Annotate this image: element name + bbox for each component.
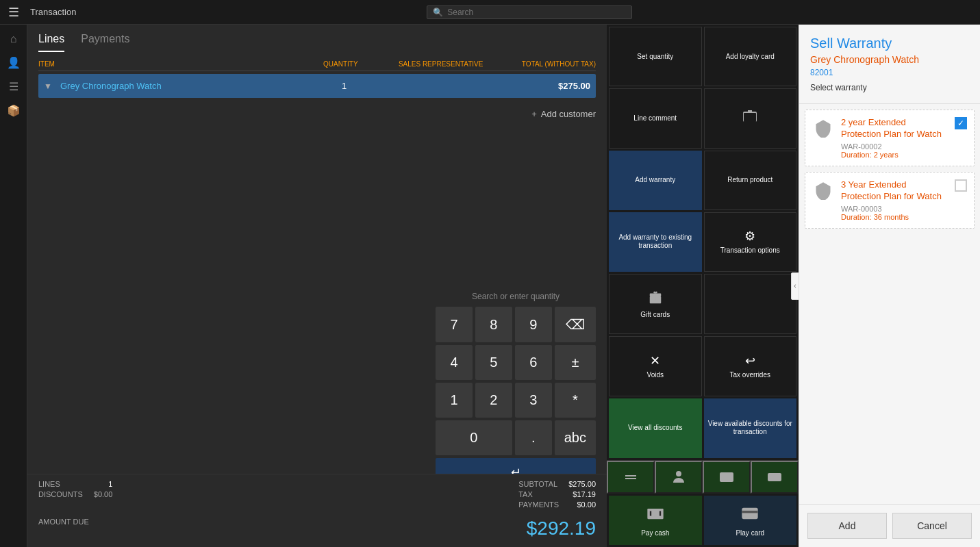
warranty-title: Sell Warranty xyxy=(810,36,969,51)
bottom-icon-2[interactable] xyxy=(655,461,703,494)
tax-label: TAX xyxy=(518,490,533,498)
numpad-6[interactable]: 6 xyxy=(515,345,552,380)
row-item-name: Grey Chronograph Watch xyxy=(60,81,312,91)
add-warranty-button[interactable]: Add warranty xyxy=(609,151,702,210)
search-bar[interactable]: 🔍 xyxy=(427,5,632,19)
numpad-dot[interactable]: . xyxy=(515,420,552,455)
numpad-multiply[interactable]: * xyxy=(555,383,596,418)
home-icon[interactable]: ⌂ xyxy=(8,30,20,48)
return-product-box-button[interactable] xyxy=(704,88,797,148)
warranty-item-2-code: WAR-00003 xyxy=(841,205,948,213)
plus-icon: + xyxy=(531,109,537,119)
warranty-item-2-duration: Duration: 36 months xyxy=(841,213,948,221)
cancel-warranty-button[interactable]: Cancel xyxy=(892,513,972,539)
line-comment-button[interactable]: Line comment xyxy=(609,88,702,148)
menu-lines-icon[interactable]: ☰ xyxy=(6,77,21,96)
pay-cash-button[interactable]: Pay cash xyxy=(609,496,702,545)
numpad-1[interactable]: 1 xyxy=(436,383,473,418)
warranty-item-2-checkbox[interactable] xyxy=(955,179,967,192)
add-loyalty-card-label: Add loyalty card xyxy=(726,53,775,61)
search-input[interactable] xyxy=(447,8,626,17)
users-icon[interactable]: 👤 xyxy=(4,53,23,72)
undo-icon: ↩ xyxy=(745,353,755,368)
col-header-quantity: QUANTITY xyxy=(313,60,368,68)
amount-due-label: AMOUNT DUE xyxy=(38,518,89,539)
bottom-icon-3[interactable] xyxy=(703,461,751,494)
voucher-icon xyxy=(766,469,783,485)
numpad-9[interactable]: 9 xyxy=(515,307,552,342)
row-expand-icon: ▼ xyxy=(44,81,55,91)
numpad-7[interactable]: 7 xyxy=(436,307,473,342)
set-quantity-button[interactable]: Set quantity xyxy=(609,27,702,86)
view-all-discounts-button[interactable]: View all discounts xyxy=(609,398,702,458)
transaction-options-button[interactable]: ⚙ Transaction options xyxy=(704,212,797,272)
gear-icon: ⚙ xyxy=(744,229,755,244)
warranty-footer: Add Cancel xyxy=(799,504,980,547)
view-all-discounts-label: View all discounts xyxy=(628,424,682,432)
transaction-table: ITEM QUANTITY SALES REPRESENTATIVE TOTAL… xyxy=(38,58,596,98)
pos-totals: LINES 1 DISCOUNTS $0.00 SUBTOTAL $275.00… xyxy=(27,474,607,547)
product-name-part1: Grey xyxy=(810,54,833,65)
svg-rect-4 xyxy=(625,478,636,479)
warranty-header: Sell Warranty Grey Chronograph Watch 820… xyxy=(799,25,980,104)
numpad-backspace[interactable]: ⌫ xyxy=(555,307,596,342)
search-icon: 🔍 xyxy=(433,8,443,17)
product-name-highlight: Chronograph xyxy=(833,54,890,65)
voids-button[interactable]: ✕ Voids xyxy=(609,336,702,396)
hamburger-menu-icon[interactable]: ☰ xyxy=(8,5,19,20)
view-available-discounts-label: View available discounts for transaction xyxy=(707,420,794,436)
app-title: Transaction xyxy=(30,7,76,17)
warranty-item-2-info: 3 Year Extended Protection Plan for Watc… xyxy=(841,179,948,221)
return-product-label: Return product xyxy=(727,176,772,184)
tax-row: TAX $17.19 xyxy=(518,490,596,498)
warranty-panel: ‹ Sell Warranty Grey Chronograph Watch 8… xyxy=(799,25,980,547)
add-warranty-confirm-button[interactable]: Add xyxy=(807,513,887,539)
warranty-item-1-checkbox[interactable]: ✓ xyxy=(955,117,967,129)
svg-rect-13 xyxy=(742,508,758,519)
amount-due-value: $292.19 xyxy=(527,518,596,539)
numpad-abc[interactable]: abc xyxy=(555,420,596,455)
add-loyalty-card-button[interactable]: Add loyalty card xyxy=(704,27,797,86)
pos-tabs: Lines Payments xyxy=(27,25,607,52)
warranty-item-2[interactable]: 3 Year Extended Protection Plan for Watc… xyxy=(805,172,975,229)
numpad-area: Search or enter quantity 7 8 9 ⌫ 4 5 6 ±… xyxy=(425,286,607,492)
discounts-value: $0.00 xyxy=(94,490,113,498)
gift-cards-button[interactable]: Gift cards xyxy=(609,274,702,334)
pay-card-button[interactable]: Play card xyxy=(704,496,797,545)
numpad-plusminus[interactable]: ± xyxy=(555,345,596,380)
row-quantity: 1 xyxy=(317,81,372,91)
collapse-panel-button[interactable]: ‹ xyxy=(791,272,799,300)
numpad-8[interactable]: 8 xyxy=(475,307,512,342)
numpad-0[interactable]: 0 xyxy=(436,420,512,455)
numpad-5[interactable]: 5 xyxy=(475,345,512,380)
box-icon[interactable]: 📦 xyxy=(4,101,23,120)
numpad-4[interactable]: 4 xyxy=(436,345,473,380)
numpad-2[interactable]: 2 xyxy=(475,383,512,418)
add-warranty-existing-button[interactable]: Add warranty to existing transaction xyxy=(609,212,702,272)
svg-rect-6 xyxy=(720,472,733,482)
credit-card-icon xyxy=(740,504,759,526)
return-product-button[interactable]: Return product xyxy=(704,151,797,210)
col-header-item: ITEM xyxy=(38,60,307,68)
warranty-item-1-icon xyxy=(812,117,834,139)
tax-overrides-button[interactable]: ↩ Tax overrides xyxy=(704,336,797,396)
tab-payments[interactable]: Payments xyxy=(81,33,129,52)
warranty-item-1[interactable]: 2 year Extended Protection Plan for Watc… xyxy=(805,110,975,166)
empty-slot xyxy=(704,274,797,334)
view-available-discounts-button[interactable]: View available discounts for transaction xyxy=(704,398,797,458)
lines-label: LINES xyxy=(38,480,60,488)
table-row[interactable]: ▼ Grey Chronograph Watch 1 $275.00 xyxy=(38,74,596,98)
add-customer-label: Add customer xyxy=(541,109,596,119)
numpad-3[interactable]: 3 xyxy=(515,383,552,418)
box-icon xyxy=(742,108,758,128)
add-customer-button[interactable]: + Add customer xyxy=(27,103,607,125)
svg-rect-11 xyxy=(650,511,651,516)
gift-icon xyxy=(648,290,663,308)
warranty-item-2-name: 3 Year Extended Protection Plan for Watc… xyxy=(841,179,948,203)
tab-lines[interactable]: Lines xyxy=(38,33,64,52)
bottom-icon-4[interactable] xyxy=(751,461,799,494)
svg-point-5 xyxy=(676,471,681,476)
action-grid: Set quantity Add loyalty card Line comme… xyxy=(607,25,799,460)
bottom-icon-1[interactable] xyxy=(607,461,655,494)
add-warranty-existing-label: Add warranty to existing transaction xyxy=(612,233,699,250)
